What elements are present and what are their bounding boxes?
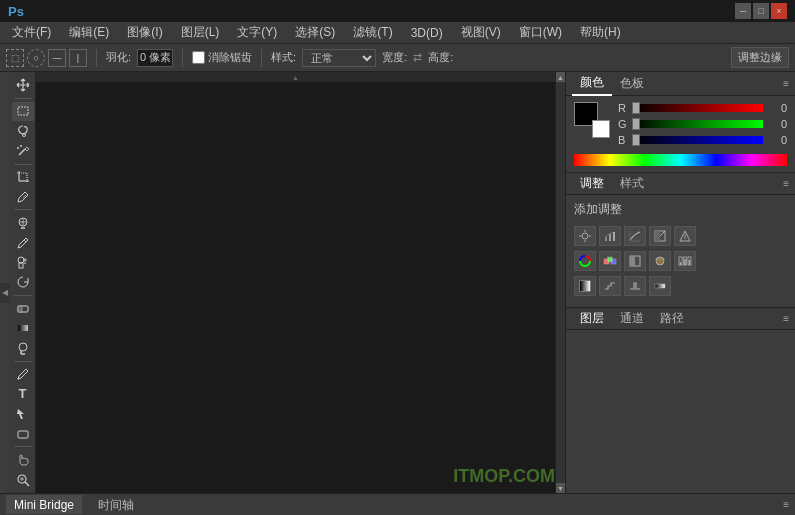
- tool-pen[interactable]: [12, 364, 34, 383]
- right-panels: 颜色 色板 ≡ R 0: [565, 72, 795, 493]
- tab-mini-bridge[interactable]: Mini Bridge: [6, 495, 82, 514]
- rect-marquee-icon[interactable]: ⬚: [6, 49, 24, 67]
- color-r-row: R 0: [618, 102, 787, 114]
- menu-layer[interactable]: 图层(L): [173, 22, 228, 43]
- style-select[interactable]: 正常 固定比例 固定大小: [302, 49, 376, 67]
- color-spectrum[interactable]: [574, 154, 787, 166]
- swap-icon[interactable]: ⇄: [413, 51, 422, 64]
- tab-swatches[interactable]: 色板: [612, 72, 652, 95]
- tool-dodge[interactable]: [12, 339, 34, 358]
- adj-panel-header: 调整 样式 ≡: [566, 173, 795, 195]
- close-button[interactable]: ×: [771, 3, 787, 19]
- scroll-up-btn[interactable]: ▲: [556, 72, 566, 82]
- menu-filter[interactable]: 滤镜(T): [345, 22, 400, 43]
- tab-adjustments[interactable]: 调整: [572, 173, 612, 194]
- menu-text[interactable]: 文字(Y): [229, 22, 285, 43]
- menu-edit[interactable]: 编辑(E): [61, 22, 117, 43]
- color-panel-body: R 0 G 0 B: [566, 96, 795, 173]
- svg-line-30: [25, 482, 29, 486]
- color-g-row: G 0: [618, 118, 787, 130]
- maximize-button[interactable]: □: [753, 3, 769, 19]
- adj-levels-btn[interactable]: [599, 226, 621, 246]
- tab-layers[interactable]: 图层: [572, 308, 612, 329]
- adj-curves-btn[interactable]: [624, 226, 646, 246]
- adj-channelmix-btn[interactable]: [674, 251, 696, 271]
- menu-view[interactable]: 视图(V): [453, 22, 509, 43]
- tab-color[interactable]: 颜色: [572, 71, 612, 96]
- menu-3d[interactable]: 3D(D): [403, 24, 451, 42]
- tool-hand[interactable]: [12, 450, 34, 469]
- bottom-bar: Mini Bridge 时间轴 ≡: [0, 493, 795, 515]
- r-slider-handle[interactable]: [632, 102, 640, 114]
- ellipse-marquee-icon[interactable]: ○: [27, 49, 45, 67]
- g-label: G: [618, 118, 628, 130]
- layers-panel-body: [566, 330, 795, 493]
- tool-shape[interactable]: [12, 424, 34, 443]
- tab-paths[interactable]: 路径: [652, 308, 692, 329]
- svg-rect-65: [655, 284, 665, 288]
- single-col-icon[interactable]: |: [69, 49, 87, 67]
- bg-color-swatch[interactable]: [592, 120, 610, 138]
- tool-brush[interactable]: [12, 233, 34, 252]
- adjustments-panel: 调整 样式 ≡ 添加调整: [566, 173, 795, 308]
- g-value: 0: [767, 118, 787, 130]
- tool-clone-stamp[interactable]: [12, 253, 34, 272]
- tool-history-brush[interactable]: [12, 273, 34, 292]
- minimize-button[interactable]: ─: [735, 3, 751, 19]
- tool-magic-wand[interactable]: [12, 142, 34, 161]
- text-tool-icon: T: [19, 386, 27, 401]
- left-collapse-btn[interactable]: ◀: [0, 283, 10, 303]
- adj-exposure-btn[interactable]: [649, 226, 671, 246]
- feather-input[interactable]: [137, 49, 173, 67]
- canvas-top-collapse[interactable]: ▲: [36, 72, 555, 82]
- tool-path-select[interactable]: [12, 404, 34, 423]
- color-panel-options-btn[interactable]: ≡: [783, 78, 789, 89]
- b-slider[interactable]: [632, 136, 763, 144]
- color-swatches-container: [574, 102, 610, 138]
- single-row-icon[interactable]: —: [48, 49, 66, 67]
- tool-eraser[interactable]: [12, 299, 34, 318]
- adj-colorbalance-btn[interactable]: [599, 251, 621, 271]
- tool-move[interactable]: [12, 76, 34, 95]
- adj-photofilter-btn[interactable]: [649, 251, 671, 271]
- adj-threshold-btn[interactable]: [624, 276, 646, 296]
- menu-select[interactable]: 选择(S): [287, 22, 343, 43]
- title-bar: Ps ─ □ ×: [0, 0, 795, 22]
- adj-posterize-btn[interactable]: [599, 276, 621, 296]
- adjust-edge-button[interactable]: 调整边缘: [731, 47, 789, 68]
- menu-window[interactable]: 窗口(W): [511, 22, 570, 43]
- tab-styles[interactable]: 样式: [612, 173, 652, 194]
- tool-lasso[interactable]: [12, 122, 34, 141]
- adj-bw-btn[interactable]: [624, 251, 646, 271]
- adj-invert-btn[interactable]: [574, 276, 596, 296]
- svg-rect-23: [18, 325, 28, 331]
- tool-marquee-rect[interactable]: [12, 102, 34, 121]
- tool-text[interactable]: T: [12, 384, 34, 403]
- layers-panel-options-btn[interactable]: ≡: [783, 313, 789, 324]
- tool-crop[interactable]: [12, 167, 34, 186]
- canvas-area[interactable]: [36, 82, 555, 493]
- scroll-down-btn[interactable]: ▼: [556, 483, 566, 493]
- menu-image[interactable]: 图像(I): [119, 22, 170, 43]
- adj-panel-options-btn[interactable]: ≡: [783, 178, 789, 189]
- tool-eyedropper[interactable]: [12, 187, 34, 206]
- anti-alias-checkbox[interactable]: [192, 51, 205, 64]
- adj-vibrance-btn[interactable]: [674, 226, 696, 246]
- tab-channels[interactable]: 通道: [612, 308, 652, 329]
- adj-brightness-btn[interactable]: [574, 226, 596, 246]
- tool-zoom[interactable]: [12, 470, 34, 489]
- b-slider-handle[interactable]: [632, 134, 640, 146]
- bottom-panel-options-btn[interactable]: ≡: [783, 499, 789, 510]
- tool-spot-heal[interactable]: [12, 213, 34, 232]
- menu-file[interactable]: 文件(F): [4, 22, 59, 43]
- adj-icons-row-1: [574, 226, 787, 246]
- tab-timeline[interactable]: 时间轴: [90, 494, 142, 516]
- g-slider[interactable]: [632, 120, 763, 128]
- menu-bar: 文件(F) 编辑(E) 图像(I) 图层(L) 文字(Y) 选择(S) 滤镜(T…: [0, 22, 795, 44]
- g-slider-handle[interactable]: [632, 118, 640, 130]
- tool-gradient[interactable]: [12, 319, 34, 338]
- adj-hsl-btn[interactable]: [574, 251, 596, 271]
- r-slider[interactable]: [632, 104, 763, 112]
- menu-help[interactable]: 帮助(H): [572, 22, 629, 43]
- adj-gradientmap-btn[interactable]: [649, 276, 671, 296]
